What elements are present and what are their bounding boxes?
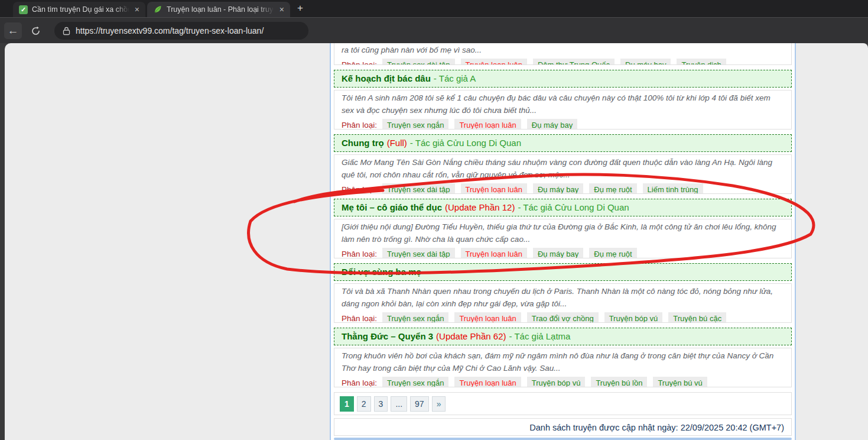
tag-chip[interactable]: Đụ mẹ ruột (589, 183, 636, 195)
section-divider-bar (334, 438, 792, 440)
tag-chip[interactable]: Truyện bú vú (653, 377, 707, 388)
reload-button[interactable] (27, 22, 44, 39)
category-label: Phân loại: (342, 378, 377, 387)
tag-chip[interactable]: Truyện loạn luân (461, 183, 527, 195)
tab-1-title: Cần tìm truyện Dụ gái xa chồng f (32, 5, 129, 14)
tag-row: Phân loại:Truyện sex dài tậpTruyện loạn … (342, 57, 784, 65)
tag-row: Phân loại: Truyện sex ngắnTruyện loạn lu… (342, 376, 784, 387)
tag-chip[interactable]: Trao đổi vợ chồng (527, 312, 599, 323)
pagination-page-...[interactable]: ... (391, 396, 407, 412)
story-excerpt-box: Giấc Mơ Mang Tên Sài Gòn Nắng chiều thán… (334, 154, 792, 194)
tag-chip[interactable]: Truyện sex dài tập (382, 59, 454, 66)
tag-chip[interactable]: Truyện sex dài tập (382, 183, 454, 195)
tab-2-active[interactable]: Truyện loạn luân - Phân loại truyệ × (147, 2, 290, 17)
tag-row: Phân loại: Truyện sex dài tậpTruyện loạn… (342, 182, 784, 194)
story-header: Kế hoạch địt bác dâu- Tác giả A (334, 70, 792, 88)
tag-row: Phân loại: Truyện sex dài tậpTruyện loạn… (342, 247, 784, 258)
tab-bar: ✓ Cần tìm truyện Dụ gái xa chồng f × Tru… (0, 0, 868, 17)
tag-chip[interactable]: Truyện sex ngắn (382, 377, 448, 388)
tag-chip[interactable]: Truyện bóp vú (527, 377, 586, 388)
tag-chip[interactable]: Liếm tinh trùng (643, 183, 703, 195)
story-title-link[interactable]: Đổi vợ cùng ba mẹ (342, 267, 421, 277)
navigation-toolbar: ← https://truyensextv99.com/tag/truyen-s… (0, 17, 868, 43)
story-excerpt: ra tôi cũng phàn nàn với bố mẹ vì sao... (342, 44, 784, 56)
story-title-link[interactable]: Chung trọ (342, 138, 384, 148)
story-title-link[interactable]: Kế hoạch địt bác dâu (342, 73, 431, 83)
story-header: Chung trọ(Full)- Tác giả Cửu Long Di Qua… (334, 134, 792, 152)
pagination: 123...97» (334, 392, 792, 415)
story-header: Đổi vợ cùng ba mẹ (334, 263, 792, 281)
tag-chip[interactable]: Truyện dịch (677, 59, 726, 66)
story-excerpt: [Giới thiệu nội dung] Đường Tiểu Huyền, … (342, 221, 784, 245)
tag-chip[interactable]: Truyện sex ngắn (382, 119, 448, 130)
story-update-status: (Full) (387, 138, 407, 148)
back-button[interactable]: ← (4, 22, 22, 39)
story-author: - Tác giả Cửu Long Di Quan (518, 202, 629, 212)
story-excerpt: Tôi tên A sinh năm 208 tôi sẽ kể 1 câu c… (342, 92, 784, 117)
tag-chip[interactable]: Đụ máy bay (620, 59, 671, 66)
story-excerpt-box: Trong khuôn viên hồ bơi của khách sạn, đ… (334, 348, 792, 387)
tag-chip[interactable]: Truyện loạn luân (461, 59, 527, 66)
category-label: Phân loại: (342, 314, 377, 323)
tab-1[interactable]: ✓ Cần tìm truyện Dụ gái xa chồng f × (13, 2, 145, 17)
story-author: - Tác giả A (434, 73, 476, 83)
category-label: Phân loại: (342, 185, 377, 194)
tag-chip[interactable]: Truyện loạn luân (454, 119, 521, 130)
tag-chip[interactable]: Truyện loạn luân (454, 377, 521, 388)
story-title-link[interactable]: Mẹ tôi – cô giáo thể dục (342, 202, 442, 212)
tag-row: Phân loại: Truyện sex ngắnTruyện loạn lu… (342, 118, 784, 130)
pagination-page-97[interactable]: 97 (410, 396, 429, 412)
story-excerpt: Giấc Mơ Mang Tên Sài Gòn Nắng chiều thán… (342, 156, 784, 181)
tag-row: Phân loại: Truyện sex ngắnTruyện loạn lu… (342, 311, 784, 323)
category-label: Phân loại: (342, 60, 377, 66)
story-author: - Tác giả Lạtma (509, 331, 570, 341)
leaf-favicon-icon (153, 5, 162, 14)
tag-chip[interactable]: Đụ máy bay (527, 119, 577, 130)
tag-chip[interactable]: Dâm thư Trung Quốc (533, 59, 615, 66)
tab-1-close-icon[interactable]: × (134, 5, 141, 14)
tag-chip[interactable]: Đụ máy bay (533, 183, 583, 195)
tag-chip[interactable]: Truyện sex ngắn (382, 312, 448, 323)
category-label: Phân loại: (342, 250, 377, 258)
pagination-next-button[interactable]: » (432, 396, 446, 412)
lock-icon (63, 27, 70, 35)
tag-chip[interactable]: Truyện bú lồn (591, 377, 647, 388)
tab-2-title: Truyện loạn luân - Phân loại truyệ (167, 5, 274, 14)
tag-chip[interactable]: Truyện loạn luân (461, 248, 527, 259)
pagination-page-2[interactable]: 2 (357, 396, 371, 412)
web-page: ra tôi cũng phàn nàn với bố mẹ vì sao...… (5, 43, 868, 440)
tag-chip[interactable]: Truyện bóp vú (604, 312, 663, 323)
story-header: Mẹ tôi – cô giáo thể dục(Update Phần 12)… (334, 199, 792, 216)
story-excerpt-box: [Giới thiệu nội dung] Đường Tiểu Huyền, … (334, 219, 792, 258)
tag-chip[interactable]: Đụ mẹ ruột (589, 248, 636, 259)
story-list-panel: ra tôi cũng phàn nàn với bố mẹ vì sao...… (330, 43, 796, 440)
story-title-link[interactable]: Thằng Đức – Quyển 3 (342, 331, 433, 341)
story-author: - Tác giả Cửu Long Di Quan (410, 138, 521, 148)
update-timestamp-note: Danh sách truyện được cập nhật ngày: 22/… (334, 418, 792, 436)
category-label: Phân loại: (342, 121, 377, 130)
url-text: https://truyensextv99.com/tag/truyen-sex… (76, 26, 264, 35)
story-header: Thằng Đức – Quyển 3(Update Phần 62)- Tác… (334, 328, 792, 345)
story-excerpt-box-partial: ra tôi cũng phàn nàn với bố mẹ vì sao...… (334, 43, 792, 65)
pagination-page-3[interactable]: 3 (374, 396, 388, 412)
new-tab-button[interactable]: + (297, 2, 303, 14)
reload-icon (31, 26, 41, 36)
tab-2-close-icon[interactable]: × (278, 5, 285, 14)
pagination-page-1[interactable]: 1 (340, 396, 354, 412)
tag-chip[interactable]: Truyện loạn luân (454, 312, 521, 323)
story-update-status: (Update Phần 12) (445, 202, 515, 212)
story-excerpt: Trong khuôn viên hồ bơi của khách sạn, đ… (342, 350, 784, 374)
story-excerpt-box: Tôi tên A sinh năm 208 tôi sẽ kể 1 câu c… (334, 90, 792, 130)
window-frame: ra tôi cũng phàn nàn với bố mẹ vì sao...… (0, 43, 868, 440)
tag-chip[interactable]: Truyện sex dài tập (382, 248, 454, 259)
story-update-status: (Update Phần 62) (436, 331, 506, 341)
story-excerpt: Tôi và bà xã Thanh Nhàn quen nhau trong … (342, 285, 784, 310)
checkmark-favicon-icon: ✓ (19, 5, 28, 14)
address-bar[interactable]: https://truyensextv99.com/tag/truyen-sex… (54, 22, 308, 40)
tag-chip[interactable]: Đụ máy bay (533, 248, 583, 259)
browser-window: ✓ Cần tìm truyện Dụ gái xa chồng f × Tru… (0, 0, 868, 440)
story-excerpt-box: Tôi và bà xã Thanh Nhàn quen nhau trong … (334, 283, 792, 323)
tag-chip[interactable]: Truyện bú cặc (668, 312, 726, 323)
